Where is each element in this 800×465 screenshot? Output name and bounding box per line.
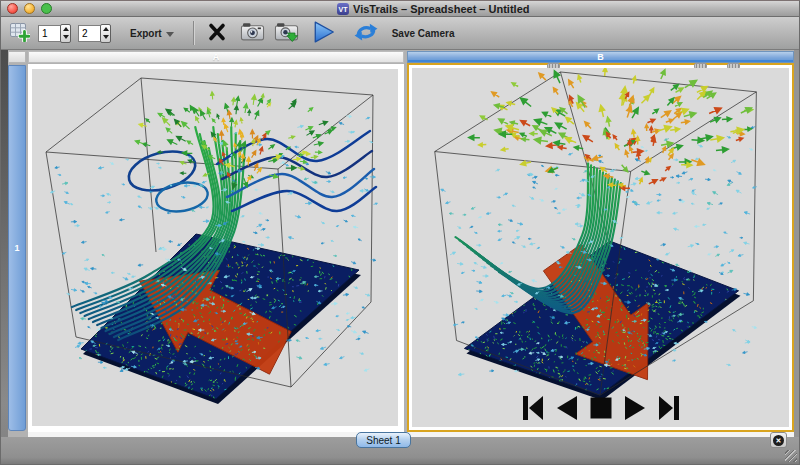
play-icon <box>622 395 648 421</box>
cell-B1[interactable] <box>407 63 794 432</box>
step-back-button[interactable] <box>554 395 580 421</box>
up-arrow-icon <box>103 27 109 31</box>
save-camera-button[interactable]: Save Camera <box>348 20 461 47</box>
column-header-b[interactable]: B <box>407 51 794 63</box>
column-b-label: B <box>597 52 604 62</box>
skip-to-end-icon <box>657 395 681 421</box>
zoom-window-button[interactable] <box>41 3 52 14</box>
row-count-up-button[interactable] <box>61 25 70 34</box>
skip-to-start-button[interactable] <box>521 395 545 421</box>
spreadsheet-corner-cell[interactable] <box>8 51 26 63</box>
toolbar: Export <box>1 17 799 50</box>
app-window: VT VisTrails – Spreadsheet – Untitled <box>0 0 800 465</box>
row-header-1[interactable]: 1 <box>8 65 26 431</box>
save-camera-label: Save Camera <box>392 28 455 39</box>
column-count-up-button[interactable] <box>101 25 110 34</box>
cell-A1[interactable] <box>28 64 404 432</box>
play-button[interactable] <box>622 395 648 421</box>
column-header-a[interactable]: A <box>28 51 404 63</box>
close-circle-icon: ✕ <box>773 435 784 446</box>
new-sheet-button[interactable] <box>8 20 31 46</box>
skip-to-start-icon <box>521 395 545 421</box>
skip-to-end-button[interactable] <box>657 395 681 421</box>
column-count-down-button[interactable] <box>101 33 110 42</box>
camera-import-icon <box>274 22 299 45</box>
grid-plus-icon <box>9 21 30 45</box>
clear-cell-button[interactable] <box>206 21 228 46</box>
sheet-tab-label: Sheet 1 <box>366 435 400 446</box>
window-title: VisTrails – Spreadsheet – Untitled <box>353 3 529 15</box>
row-count-spinner <box>38 24 71 43</box>
camera-icon <box>240 22 265 45</box>
column-a-label: A <box>213 52 220 62</box>
column-count-spinner <box>78 24 111 43</box>
export-label: Export <box>130 28 162 39</box>
sheet-tab[interactable]: Sheet 1 <box>356 432 411 448</box>
toolbar-separator <box>193 21 194 45</box>
stop-icon <box>589 395 613 421</box>
minimize-window-button[interactable] <box>24 3 35 14</box>
up-arrow-icon <box>63 27 69 31</box>
playback-controls <box>521 395 681 421</box>
down-arrow-icon <box>63 35 69 39</box>
play-icon <box>312 20 336 47</box>
resize-grip[interactable] <box>785 450 797 462</box>
sync-arrows-icon <box>354 21 378 46</box>
row-count-input[interactable] <box>38 25 60 42</box>
vistrails-logo-icon: VT <box>337 3 349 15</box>
render-view-b[interactable] <box>412 68 789 427</box>
window-left-edge <box>1 50 8 465</box>
capture-camera-button[interactable] <box>239 21 266 46</box>
row-count-down-button[interactable] <box>61 33 70 42</box>
render-view-a[interactable] <box>32 69 398 426</box>
step-back-icon <box>554 395 580 421</box>
x-icon <box>207 22 227 45</box>
load-camera-button[interactable] <box>273 21 300 46</box>
column-count-input[interactable] <box>78 25 100 42</box>
chevron-down-icon <box>166 32 174 37</box>
down-arrow-icon <box>103 35 109 39</box>
close-sheet-button[interactable]: ✕ <box>770 432 787 448</box>
export-button[interactable]: Export <box>124 27 180 40</box>
3d-visualization-a <box>32 69 398 426</box>
close-window-button[interactable] <box>7 3 18 14</box>
3d-visualization-b <box>412 68 789 427</box>
titlebar[interactable]: VT VisTrails – Spreadsheet – Untitled <box>1 1 799 17</box>
stop-button[interactable] <box>589 395 613 421</box>
execute-button[interactable] <box>311 19 337 48</box>
row-1-label: 1 <box>14 243 19 253</box>
